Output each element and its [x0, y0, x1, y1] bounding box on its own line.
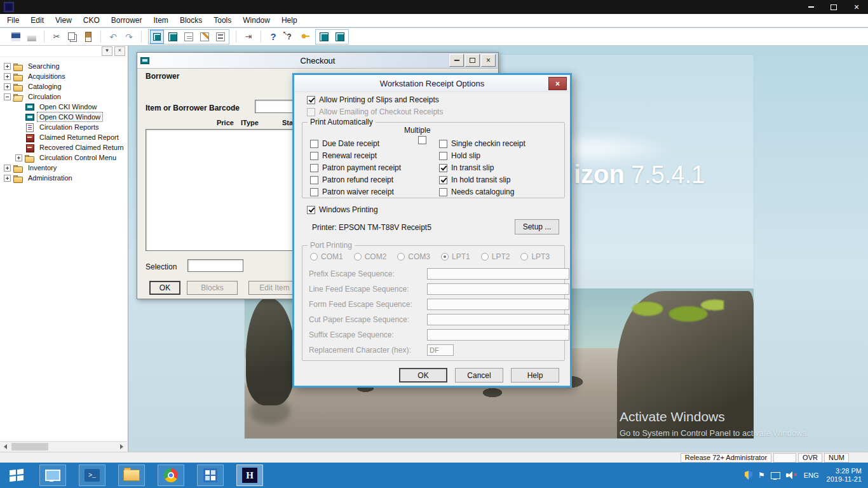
copy-icon[interactable] [65, 30, 79, 44]
scroll-right-arrow-icon[interactable] [117, 442, 127, 452]
menu-help[interactable]: Help [280, 15, 299, 25]
patron-waiver-receipt-row[interactable]: Patron waiver receipt [310, 187, 394, 196]
dialog-titlebar[interactable]: Workstation Receipt Options × [294, 75, 570, 92]
setup-button[interactable]: Setup ... [515, 219, 559, 234]
tree-item-cataloging[interactable]: Cataloging [0, 81, 128, 92]
dialog-help-button[interactable]: Help [511, 368, 559, 383]
allow-printing-row[interactable]: Allow Printing of Slips and Receipts [307, 95, 439, 104]
multiple-checkbox[interactable] [418, 136, 426, 144]
start-button[interactable] [0, 463, 33, 488]
checkout-minimize-button[interactable] [449, 54, 464, 67]
menu-tools[interactable]: Tools [212, 15, 233, 25]
paste-icon[interactable] [81, 30, 95, 44]
dialog-cancel-button[interactable]: Cancel [455, 368, 503, 383]
windows-printing-row[interactable]: Windows Printing [307, 205, 378, 214]
tree-item-inventory[interactable]: Inventory [0, 163, 128, 173]
checkout-icon[interactable] [150, 30, 164, 44]
list-icon[interactable] [214, 30, 227, 44]
expander-icon[interactable] [4, 73, 11, 80]
checkout-titlebar[interactable]: Checkout × [137, 53, 498, 69]
panel-close-button[interactable]: × [114, 46, 125, 56]
volume-muted-icon[interactable]: × [786, 471, 796, 479]
due-date-receipt-row[interactable]: Due Date receipt [310, 139, 379, 148]
patron-refund-receipt-checkbox[interactable] [310, 176, 318, 184]
tree-item-open-cki[interactable]: Open CKI Window [0, 102, 128, 112]
patron-waiver-receipt-checkbox[interactable] [310, 188, 318, 196]
redo-icon[interactable] [122, 30, 136, 44]
needs-cataloguing-row[interactable]: Needs cataloguing [439, 187, 514, 196]
expander-icon[interactable] [15, 154, 22, 161]
taskbar-app-grid[interactable] [197, 464, 224, 486]
undo-icon[interactable] [106, 30, 120, 44]
security-shield-icon[interactable] [745, 471, 752, 480]
menu-window[interactable]: Window [241, 15, 272, 25]
save-icon[interactable] [9, 30, 23, 44]
language-indicator[interactable]: ENG [804, 471, 819, 479]
selection-input[interactable] [187, 259, 243, 272]
hold-slip-checkbox[interactable] [439, 152, 447, 160]
taskbar-clock[interactable]: 3:28 PM 2019-11-21 [827, 467, 862, 484]
expander-icon[interactable] [4, 93, 11, 100]
in-hold-transit-slip-row[interactable]: In hold transit slip [439, 175, 510, 184]
checkout-close-button[interactable]: × [481, 54, 496, 67]
windows-printing-checkbox[interactable] [307, 206, 315, 214]
hold-slip-row[interactable]: Hold slip [439, 151, 480, 160]
monitor-icon-a[interactable] [317, 30, 331, 44]
in-hold-transit-slip-checkbox[interactable] [439, 176, 447, 184]
edit-icon[interactable] [198, 30, 212, 44]
tree-item-circulation-control-menu[interactable]: Circulation Control Menu [0, 152, 128, 163]
tree-item-circulation-reports[interactable]: Circulation Reports [0, 122, 128, 132]
tree-item-recovered-claimed[interactable]: Recovered Claimed Return [0, 142, 128, 152]
menu-borrower[interactable]: Borrower [109, 15, 144, 25]
allow-printing-checkbox[interactable] [307, 96, 315, 104]
renewal-receipt-row[interactable]: Renewal receipt [310, 151, 377, 160]
taskbar-app-file-explorer[interactable] [118, 464, 145, 486]
restore-button[interactable] [822, 0, 845, 14]
menu-item[interactable]: Item [152, 15, 170, 25]
single-checkin-receipt-row[interactable]: Single checkin receipt [439, 139, 526, 148]
patron-payment-receipt-row[interactable]: Patron payment receipt [310, 163, 401, 172]
key-icon[interactable] [298, 30, 312, 44]
tree-item-open-cko[interactable]: Open CKO Window [0, 112, 128, 122]
monitor-icon-b[interactable] [333, 30, 347, 44]
panel-menu-button[interactable]: ▾ [102, 46, 112, 56]
scroll-left-arrow-icon[interactable] [0, 442, 10, 452]
tree-item-circulation[interactable]: Circulation [0, 92, 128, 102]
checkout-ok-button[interactable]: OK [149, 281, 180, 295]
dialog-ok-button[interactable]: OK [399, 368, 447, 383]
taskbar-app-computer[interactable] [39, 464, 66, 486]
needs-cataloguing-checkbox[interactable] [439, 188, 447, 196]
renew-icon[interactable] [182, 30, 196, 44]
taskbar-app-powershell[interactable]: >_ [79, 464, 105, 486]
scrollbar-thumb[interactable] [11, 443, 48, 451]
horizontal-scrollbar[interactable] [0, 441, 127, 452]
checkout-maximize-button[interactable] [465, 54, 480, 67]
taskbar-app-horizon[interactable]: H [236, 464, 263, 486]
single-checkin-receipt-checkbox[interactable] [439, 140, 447, 148]
context-help-icon[interactable] [282, 30, 296, 44]
in-transit-slip-checkbox[interactable] [439, 164, 447, 172]
patron-refund-receipt-row[interactable]: Patron refund receipt [310, 175, 393, 184]
menu-view[interactable]: View [53, 15, 74, 25]
patron-payment-receipt-checkbox[interactable] [310, 164, 318, 172]
in-transit-slip-row[interactable]: In transit slip [439, 163, 494, 172]
expander-icon[interactable] [4, 63, 11, 70]
cut-icon[interactable] [50, 30, 64, 44]
dialog-close-button[interactable]: × [548, 77, 567, 90]
taskbar-app-chrome[interactable] [158, 464, 184, 486]
expander-icon[interactable] [4, 165, 11, 172]
menu-edit[interactable]: Edit [29, 15, 46, 25]
network-icon[interactable] [771, 472, 780, 479]
print-icon[interactable] [25, 30, 39, 44]
minimize-button[interactable] [799, 0, 822, 14]
close-button[interactable]: × [845, 0, 868, 14]
expander-icon[interactable] [4, 83, 11, 90]
menu-cko[interactable]: CKO [81, 15, 102, 25]
tree-item-searching[interactable]: Searching [0, 61, 128, 71]
menu-blocks[interactable]: Blocks [178, 15, 204, 25]
tree-item-acquisitions[interactable]: Acquisitions [0, 71, 128, 81]
renewal-receipt-checkbox[interactable] [310, 152, 318, 160]
tree-item-administration[interactable]: Administration [0, 173, 128, 183]
expander-icon[interactable] [4, 175, 11, 182]
help-icon[interactable] [266, 30, 280, 44]
